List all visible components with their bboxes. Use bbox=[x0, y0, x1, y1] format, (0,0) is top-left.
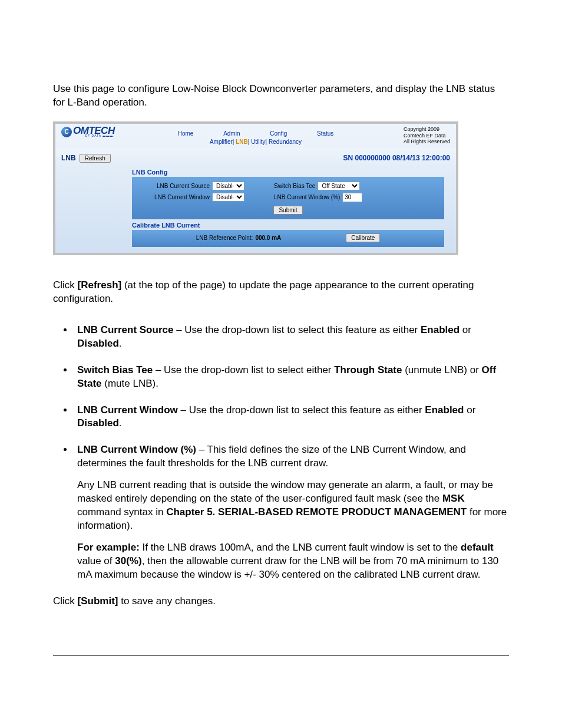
list-item: LNB Current Window (%) – This field defi… bbox=[74, 443, 509, 581]
logo: C OMTECH EF DATA ▬▬▬. bbox=[61, 126, 115, 137]
feature-list: LNB Current Source – Use the drop-down l… bbox=[53, 324, 509, 582]
list-item: LNB Current Source – Use the drop-down l… bbox=[74, 324, 509, 351]
list-item: LNB Current Window – Use the drop-down l… bbox=[74, 404, 509, 431]
switch-bias-tee-label: Switch Bias Tee bbox=[274, 183, 315, 189]
calibrate-button[interactable]: Calibrate bbox=[346, 233, 380, 242]
submit-paragraph: Click [Submit] to save any changes. bbox=[53, 595, 509, 608]
subnav-amplifier[interactable]: Amplifier bbox=[210, 139, 233, 145]
calibrate-panel: LNB Reference Point: 000.0 mA Calibrate bbox=[132, 230, 444, 247]
intro-paragraph: Use this page to configure Low-Noise Blo… bbox=[53, 83, 509, 110]
list-item: Switch Bias Tee – Use the drop-down list… bbox=[74, 364, 509, 391]
subnav-redundancy[interactable]: Redundancy bbox=[269, 139, 302, 145]
sub-nav: Amplifier| LNB| Utility| Redundancy bbox=[61, 139, 450, 147]
lnb-current-source-select[interactable]: Disable bbox=[212, 182, 244, 190]
nav-home[interactable]: Home bbox=[164, 129, 208, 139]
subnav-utility[interactable]: Utility bbox=[251, 139, 265, 145]
nav-admin[interactable]: Admin bbox=[209, 129, 254, 139]
nav-config[interactable]: Config bbox=[256, 129, 301, 139]
screenshot-container: C OMTECH EF DATA ▬▬▬. Home Admin Config … bbox=[53, 121, 458, 255]
lnb-config-panel: LNB Current Source Disable Switch Bias T… bbox=[132, 177, 444, 219]
lnb-config-heading: LNB Config bbox=[132, 166, 456, 177]
calibrate-heading: Calibrate LNB Current bbox=[132, 219, 456, 230]
lnb-current-window-pct-label: LNB Current Window (%) bbox=[274, 194, 340, 200]
serial-number: SN 000000000 08/14/13 12:00:00 bbox=[343, 154, 450, 162]
footer-divider bbox=[53, 655, 509, 656]
refresh-paragraph: Click [Refresh] (at the top of the page)… bbox=[53, 279, 509, 306]
lnb-current-window-select[interactable]: Disable bbox=[212, 193, 244, 202]
lnb-current-window-pct-input[interactable] bbox=[342, 193, 362, 202]
submit-button[interactable]: Submit bbox=[273, 206, 302, 215]
lnb-reference-point-value: 000.0 mA bbox=[255, 235, 281, 241]
refresh-button[interactable]: Refresh bbox=[80, 154, 111, 163]
copyright-block: Copyright 2009 Comtech EF Data All Right… bbox=[404, 126, 450, 145]
page-title: LNB bbox=[61, 154, 76, 162]
lnb-current-source-label: LNB Current Source bbox=[139, 183, 210, 189]
globe-icon: C bbox=[61, 127, 72, 137]
switch-bias-tee-select[interactable]: Off State bbox=[318, 182, 360, 190]
subnav-lnb[interactable]: LNB bbox=[236, 139, 248, 145]
nav-status[interactable]: Status bbox=[303, 129, 348, 139]
lnb-current-window-label: LNB Current Window bbox=[139, 194, 210, 200]
lnb-reference-point-label: LNB Reference Point: bbox=[196, 235, 253, 241]
